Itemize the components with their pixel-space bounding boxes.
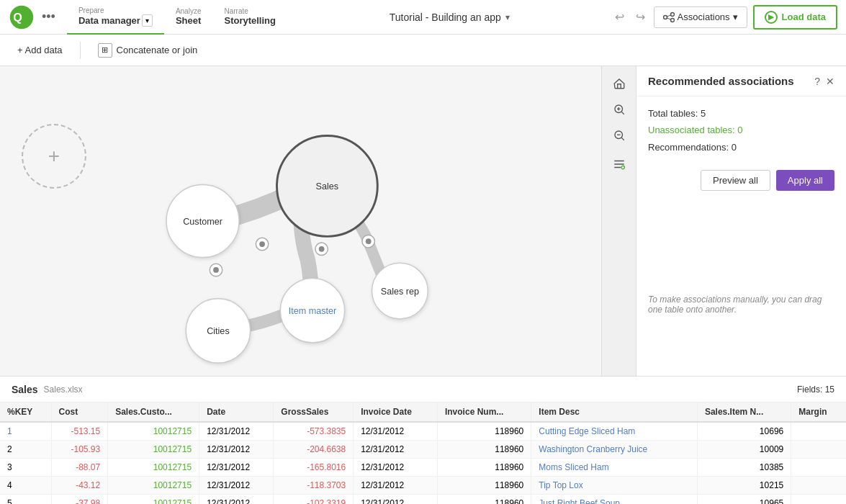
node-customer-label: Customer [183, 217, 222, 227]
cell-cost: -43.12 [51, 477, 108, 495]
nav-more-icon[interactable]: ••• [42, 9, 55, 24]
cell-inv-num: 118960 [437, 459, 531, 477]
assoc-panel-title: Recommended associations [648, 75, 794, 87]
load-data-label: Load data [782, 12, 826, 22]
zoom-in-button[interactable] [608, 98, 631, 121]
tab-prepare-arrow[interactable]: ▾ [142, 14, 153, 27]
cell-inv-num: 118960 [437, 422, 531, 441]
assoc-close-icon[interactable]: ✕ [826, 76, 834, 87]
stat-total-value: 5 [701, 108, 706, 119]
svg-line-13 [621, 138, 624, 140]
cell-cost: -513.15 [51, 422, 108, 441]
canvas[interactable]: + Sales Cust [0, 66, 636, 376]
main-toolbar: + Add data ⊞ Concatenate or join [0, 35, 846, 66]
cell-gross: -102.3319 [274, 495, 354, 505]
stat-rec: Recommendations: 0 [648, 139, 834, 156]
connector-dot-inner-4 [366, 238, 372, 244]
node-item-master-label: Item master [289, 306, 337, 316]
table-row: 3 -88.07 10012715 12/31/2012 -165.8016 1… [0, 459, 846, 477]
svg-text:Q: Q [13, 11, 22, 24]
tab-analyze[interactable]: Analyze Sheet [164, 0, 213, 35]
app-title-chevron[interactable]: ▾ [505, 12, 510, 22]
cell-inv-date: 12/31/2012 [354, 495, 438, 505]
add-data-label: + Add data [17, 45, 63, 55]
associations-button[interactable]: Associations ▾ [654, 6, 747, 28]
svg-point-4 [670, 18, 674, 22]
concat-join-button[interactable]: ⊞ Concatenate or join [92, 40, 204, 60]
col-inv-num[interactable]: Invoice Num... [437, 402, 531, 422]
table-row: 1 -513.15 10012715 12/31/2012 -573.3835 … [0, 422, 846, 441]
tab-analyze-label: Sheet [176, 15, 201, 26]
redo-button[interactable]: ↪ [633, 7, 648, 27]
cell-margin [791, 441, 846, 459]
node-sales-rep-label: Sales rep [381, 287, 419, 297]
stat-unassoc[interactable]: Unassociated tables: 0 [648, 122, 834, 138]
apply-all-button[interactable]: Apply all [776, 170, 834, 191]
svg-line-5 [667, 15, 670, 17]
stat-rec-value: 0 [732, 142, 737, 153]
cell-item-n: 10385 [697, 459, 791, 477]
node-cities-label: Cities [207, 326, 230, 336]
zoom-out-icon [613, 129, 626, 142]
cell-key: 5 [0, 495, 51, 505]
col-gross[interactable]: GrossSales [274, 402, 354, 422]
preview-table-subtitle: Sales.xlsx [44, 384, 83, 395]
cell-inv-num: 118960 [437, 495, 531, 505]
cell-date: 12/31/2012 [199, 422, 274, 441]
cell-cost: -105.93 [51, 441, 108, 459]
associations-label: Associations [678, 12, 730, 22]
cell-margin [791, 422, 846, 441]
home-icon [613, 77, 626, 90]
zoom-in-icon [613, 103, 626, 116]
cell-custo: 10012715 [108, 477, 199, 495]
col-custo[interactable]: Sales.Custo... [108, 402, 199, 422]
stat-total: Total tables: 5 [648, 105, 834, 122]
svg-point-3 [670, 12, 674, 16]
tab-prepare-section: Prepare [78, 6, 104, 14]
connector-dot-inner-2 [213, 267, 219, 273]
edit-layout-button[interactable] [608, 153, 631, 176]
svg-line-6 [667, 18, 670, 19]
col-item-desc[interactable]: Item Desc [531, 402, 698, 422]
cell-inv-num: 118960 [437, 441, 531, 459]
cell-inv-date: 12/31/2012 [354, 422, 438, 441]
col-margin[interactable]: Margin [791, 402, 846, 422]
associations-chevron[interactable]: ▾ [733, 12, 738, 22]
add-data-button[interactable]: + Add data [12, 42, 68, 58]
nav-right: ↩ ↪ Associations ▾ ▶ Load data [612, 5, 837, 30]
data-table[interactable]: %KEY Cost Sales.Custo... Date GrossSales… [0, 402, 846, 504]
zoom-out-button[interactable] [608, 124, 631, 147]
col-inv-date[interactable]: Invoice Date [354, 402, 438, 422]
cell-item-n: 10009 [697, 441, 791, 459]
cell-item-n: 10215 [697, 477, 791, 495]
node-sales-label: Sales [316, 181, 339, 192]
cell-item-n: 10696 [697, 422, 791, 441]
cell-gross: -118.3703 [274, 477, 354, 495]
load-data-icon: ▶ [765, 11, 778, 24]
home-button[interactable] [608, 72, 631, 95]
svg-point-14 [621, 166, 625, 169]
col-cost[interactable]: Cost [51, 402, 108, 422]
preview-fields-count: Fields: 15 [797, 384, 834, 395]
cell-item-desc: Cutting Edge Sliced Ham [531, 422, 698, 441]
col-item-n[interactable]: Sales.Item N... [697, 402, 791, 422]
toolbar-separator [80, 42, 81, 59]
load-data-button[interactable]: ▶ Load data [753, 5, 837, 30]
cell-key: 3 [0, 459, 51, 477]
cell-custo: 10012715 [108, 459, 199, 477]
undo-button[interactable]: ↩ [612, 7, 627, 27]
cell-custo: 10012715 [108, 422, 199, 441]
workspace: + Sales Cust [0, 66, 846, 376]
table-body: 1 -513.15 10012715 12/31/2012 -573.3835 … [0, 422, 846, 504]
cell-date: 12/31/2012 [199, 495, 274, 505]
preview-all-button[interactable]: Preview all [701, 170, 770, 191]
cell-date: 12/31/2012 [199, 459, 274, 477]
col-date[interactable]: Date [199, 402, 274, 422]
tab-prepare[interactable]: Prepare Data manager ▾ [67, 0, 164, 35]
tab-narrate-section: Narrate [224, 7, 248, 15]
preview-header: Sales Sales.xlsx Fields: 15 [0, 377, 846, 402]
svg-point-2 [663, 15, 667, 19]
col-key[interactable]: %KEY [0, 402, 51, 422]
tab-narrate[interactable]: Narrate Storytelling [212, 0, 287, 35]
assoc-help-icon[interactable]: ? [814, 76, 820, 87]
